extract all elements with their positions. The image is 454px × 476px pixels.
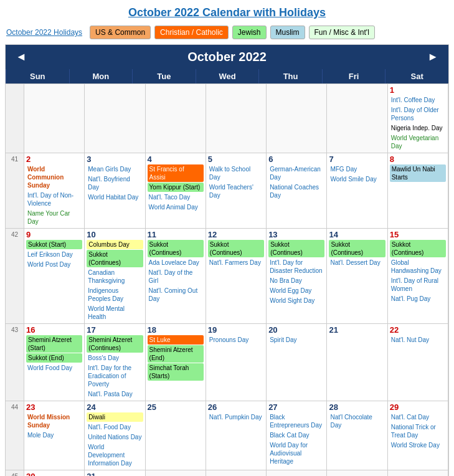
header-sat: Sat (385, 69, 448, 83)
day-empty-11 (388, 470, 448, 476)
day-empty-6 (327, 84, 387, 153)
week-num-42: 42 (6, 229, 24, 324)
day-empty-3 (146, 84, 206, 153)
day-empty-9 (267, 470, 327, 476)
day-oct-30: 30 Nat'l. Candy Corn Day (24, 470, 85, 476)
calendar-header: ◄ October 2022 ► (6, 45, 448, 69)
header-fri: Fri (322, 69, 385, 83)
header-thu: Thu (258, 69, 322, 83)
calendar-grid: 1 Int'l. Coffee Day Int'l. Day of Older … (6, 83, 448, 476)
day-oct-9: 9 Sukkot (Start) Leif Erikson Day World … (24, 229, 85, 324)
day-oct-26: 26 Nat'l. Pumpkin Day (206, 401, 267, 470)
day-empty-8 (206, 470, 267, 476)
day-oct-19: 19 Pronouns Day (206, 324, 267, 401)
header-mon: Mon (69, 69, 133, 83)
prev-month-button[interactable]: ◄ (16, 50, 27, 64)
header-wed: Wed (196, 69, 259, 83)
header-sun: Sun (6, 69, 69, 83)
day-oct-18: 18 St Luke Shemini Atzeret (End) Simchat… (146, 324, 206, 401)
week-num-44: 44 (6, 401, 24, 470)
day-oct-12: 12 Sukkot (Continues) Nat'l. Farmers Day (206, 229, 267, 324)
day-oct-16: 16 Shemini Atzeret (Start) Sukkot (End) … (24, 324, 85, 401)
filter-bar: October 2022 Holidays US & Common Christ… (0, 23, 454, 44)
filter-jewish[interactable]: Jewish (232, 26, 267, 39)
day-oct-15: 15 Sukkot (Continues) Global Handwashing… (388, 229, 448, 324)
day-empty-7 (146, 470, 206, 476)
month-title: October 2022 (187, 50, 267, 64)
day-oct-6: 6 German-American Day National Coaches D… (267, 153, 327, 229)
day-oct-29: 29 Nat'l. Cat Day National Trick or Trea… (388, 401, 448, 470)
day-oct-22: 22 Nat'l. Nut Day (388, 324, 448, 401)
day-oct-8: 8 Mawlid Un Nabi Starts (388, 153, 448, 229)
day-oct-3: 3 Mean Girls Day Nat'l. Boyfriend Day Wo… (85, 153, 145, 229)
day-oct-5: 5 Walk to School Day World Teachers' Day (206, 153, 267, 229)
day-oct-20: 20 Spirit Day (267, 324, 327, 401)
filter-label: October 2022 Holidays (6, 28, 82, 37)
day-oct-31: 31 Halloween Reformation Day World Citie… (85, 470, 145, 476)
filter-fun[interactable]: Fun / Misc & Int'l (309, 26, 375, 39)
day-oct-1: 1 Int'l. Coffee Day Int'l. Day of Older … (388, 84, 448, 153)
day-oct-28: 28 Nat'l Chocolate Day (327, 401, 387, 470)
day-empty-5 (267, 84, 327, 153)
next-month-button[interactable]: ► (427, 50, 438, 64)
day-oct-7: 7 MFG Day World Smile Day (327, 153, 387, 229)
day-empty-10 (327, 470, 387, 476)
day-oct-27: 27 Black Entrepreneurs Day Black Cat Day… (267, 401, 327, 470)
day-oct-23: 23 World Mission Sunday Mole Day (24, 401, 85, 470)
week-num-43: 43 (6, 324, 24, 401)
week-num-41: 41 (6, 153, 24, 229)
day-oct-10: 10 Columbus Day Sukkot (Continues) Canad… (85, 229, 145, 324)
day-oct-21: 21 (327, 324, 387, 401)
day-oct-14: 14 Sukkot (Continues) Nat'l. Dessert Day (327, 229, 387, 324)
day-oct-25: 25 (146, 401, 206, 470)
day-oct-17: 17 Shemini Atzeret (Continues) Boss's Da… (85, 324, 145, 401)
day-oct-24: 24 Diwali Nat'l. Food Day United Nations… (85, 401, 145, 470)
day-empty-4 (206, 84, 267, 153)
filter-muslim[interactable]: Muslim (270, 26, 305, 39)
day-oct-13: 13 Sukkot (Continues) Int'l. Day for Dis… (267, 229, 327, 324)
filter-us-common[interactable]: US & Common (90, 26, 151, 39)
calendar-container: ◄ October 2022 ► Sun Mon Tue Wed Thu Fri… (5, 44, 449, 476)
day-oct-11: 11 Sukkot (Continues) Ada Lovelace Day N… (146, 229, 206, 324)
filter-christian[interactable]: Christian / Catholic (154, 26, 229, 39)
day-oct-4: 4 St Francis of Assisi Yom Kippur (Start… (146, 153, 206, 229)
day-empty-1 (24, 84, 85, 153)
page-title: October 2022 Calendar with Holidays (0, 0, 454, 23)
day-empty-2 (85, 84, 145, 153)
week-num-40 (6, 84, 24, 153)
day-headers: Sun Mon Tue Wed Thu Fri Sat (6, 69, 448, 83)
day-oct-2: 2 World Communion Sunday Int'l. Day of N… (24, 153, 85, 229)
week-num-45: 45 (6, 470, 24, 476)
header-tue: Tue (132, 69, 196, 83)
